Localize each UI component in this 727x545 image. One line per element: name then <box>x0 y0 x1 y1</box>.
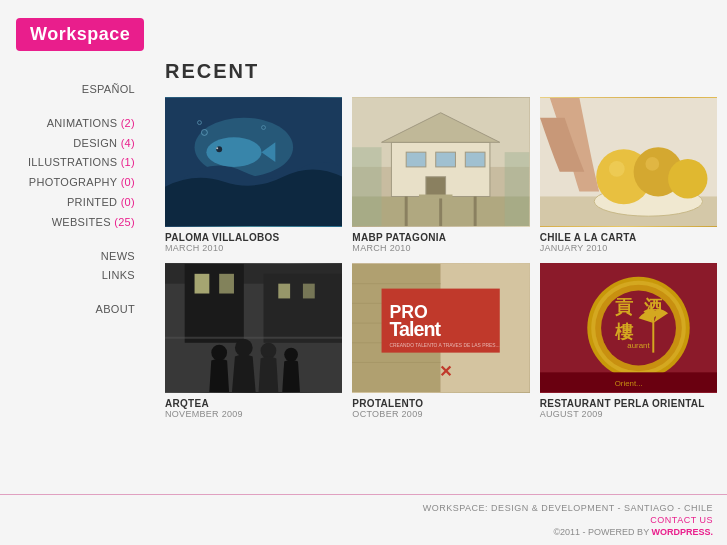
section-title: RECENT <box>165 60 717 83</box>
item-date-protalento: OCTOBER 2009 <box>352 409 529 419</box>
gallery-item-chile[interactable]: CHILE A LA CARTA JANUARY 2010 <box>540 97 717 253</box>
gallery-item-protalento[interactable]: PRO Talent CREANDO TALENTO A TRAVES DE L… <box>352 263 529 419</box>
sidebar-item-photography[interactable]: PHOTOGRAPHY (0) <box>0 173 135 193</box>
svg-point-42 <box>284 348 298 362</box>
svg-point-28 <box>668 159 707 198</box>
thumb-image <box>352 97 529 227</box>
thumb-image: PRO Talent CREANDO TALENTO A TRAVES DE L… <box>352 263 529 393</box>
svg-rect-17 <box>436 152 456 167</box>
logo[interactable]: Workspace <box>16 18 144 51</box>
svg-point-4 <box>216 147 218 149</box>
svg-text:Talent: Talent <box>390 318 442 340</box>
item-date-paloma: MARCH 2010 <box>165 243 342 253</box>
svg-rect-38 <box>303 284 315 299</box>
svg-point-30 <box>645 157 659 171</box>
footer-tagline: WORKSPACE: DESIGN & DEVELOPMENT - SANTIA… <box>14 503 713 513</box>
svg-point-39 <box>211 345 227 361</box>
svg-rect-16 <box>407 152 427 167</box>
item-title-chile: CHILE A LA CARTA <box>540 232 717 243</box>
item-date-chile: JANUARY 2010 <box>540 243 717 253</box>
svg-text:CREANDO TALENTO A TRAVES DE LA: CREANDO TALENTO A TRAVES DE LAS PRES... <box>390 343 500 348</box>
svg-rect-37 <box>278 284 290 299</box>
thumb-image: 貢 酒 樓 aurant Orient... <box>540 263 717 393</box>
sidebar-item-links[interactable]: LINKS <box>0 266 135 286</box>
svg-point-41 <box>261 343 277 359</box>
sidebar-item-espanol[interactable]: ESPAÑOL <box>0 80 135 100</box>
svg-rect-22 <box>505 152 530 226</box>
sidebar-item-design[interactable]: DESIGN (4) <box>0 134 135 154</box>
thumb-image <box>165 97 342 227</box>
svg-point-40 <box>235 339 253 357</box>
sidebar-item-about[interactable]: ABOUT <box>0 300 135 320</box>
item-title-oriental: RESTAURANT PERLA ORIENTAL <box>540 398 717 409</box>
svg-point-61 <box>601 291 676 366</box>
svg-point-3 <box>216 146 222 152</box>
sidebar-item-printed[interactable]: PRINTED (0) <box>0 193 135 213</box>
footer-contact[interactable]: CONTACT US <box>14 515 713 525</box>
gallery-item-arqtea[interactable]: ARQTEA NOVEMBER 2009 <box>165 263 342 419</box>
item-date-mabp: MARCH 2010 <box>352 243 529 253</box>
svg-rect-19 <box>426 177 446 197</box>
thumb-protalento: PRO Talent CREANDO TALENTO A TRAVES DE L… <box>352 263 529 393</box>
thumb-image <box>540 97 717 227</box>
svg-text:aurant: aurant <box>627 341 650 350</box>
item-title-arqtea: ARQTEA <box>165 398 342 409</box>
gallery-item-oriental[interactable]: 貢 酒 樓 aurant Orient... RESTAURANT PERLA … <box>540 263 717 419</box>
item-title-mabp: MABP PATAGONIA <box>352 232 529 243</box>
item-title-paloma: PALOMA VILLALOBOS <box>165 232 342 243</box>
thumb-chile <box>540 97 717 227</box>
wordpress-link[interactable]: WORDPRESS. <box>651 527 713 537</box>
thumb-mabp <box>352 97 529 227</box>
main-content: RECENT <box>165 60 717 419</box>
svg-point-2 <box>206 137 261 167</box>
gallery-item-mabp[interactable]: MABP PATAGONIA MARCH 2010 <box>352 97 529 253</box>
item-title-protalento: PROTALENTO <box>352 398 529 409</box>
svg-rect-18 <box>466 152 486 167</box>
svg-text:Orient...: Orient... <box>614 379 642 388</box>
svg-rect-20 <box>419 195 452 199</box>
thumb-oriental: 貢 酒 樓 aurant Orient... <box>540 263 717 393</box>
svg-text:樓: 樓 <box>613 322 633 342</box>
sidebar-item-animations[interactable]: ANIMATIONS (2) <box>0 114 135 134</box>
thumb-paloma <box>165 97 342 227</box>
thumb-arqtea <box>165 263 342 393</box>
footer: WORKSPACE: DESIGN & DEVELOPMENT - SANTIA… <box>0 494 727 545</box>
gallery-grid: PALOMA VILLALOBOS MARCH 2010 <box>165 97 717 419</box>
svg-rect-36 <box>219 274 234 294</box>
sidebar: ESPAÑOL ANIMATIONS (2) DESIGN (4) ILLUST… <box>0 80 155 320</box>
thumb-image <box>165 263 342 393</box>
svg-rect-33 <box>185 264 244 343</box>
item-date-arqtea: NOVEMBER 2009 <box>165 409 342 419</box>
svg-text:✕: ✕ <box>439 363 452 380</box>
sidebar-item-news[interactable]: NEWS <box>0 247 135 267</box>
svg-rect-35 <box>195 274 210 294</box>
item-date-oriental: AUGUST 2009 <box>540 409 717 419</box>
svg-point-29 <box>609 161 625 177</box>
svg-rect-21 <box>352 147 382 226</box>
sidebar-item-websites[interactable]: WEBSITES (25) <box>0 213 135 233</box>
gallery-item-paloma[interactable]: PALOMA VILLALOBOS MARCH 2010 <box>165 97 342 253</box>
svg-text:貢: 貢 <box>614 297 633 317</box>
footer-powered: ©2011 - POWERED BY WORDPRESS. <box>14 527 713 537</box>
sidebar-item-illustrations[interactable]: ILLUSTRATIONS (1) <box>0 153 135 173</box>
